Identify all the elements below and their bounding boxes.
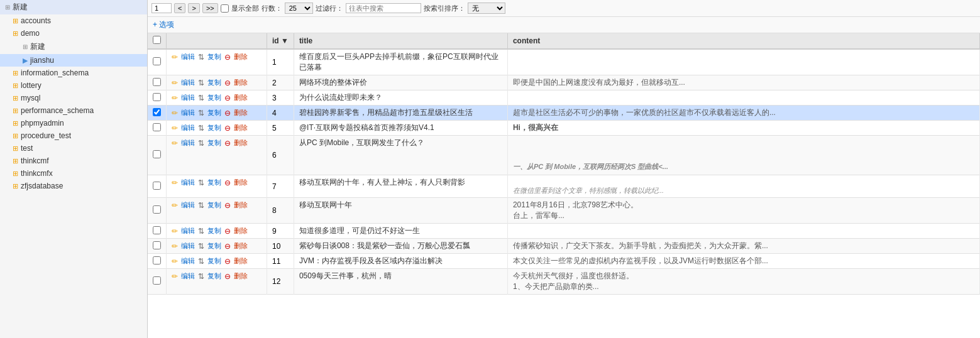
row-checkbox[interactable]: [153, 276, 161, 285]
copy-button[interactable]: 复制: [206, 138, 223, 148]
sort-select[interactable]: 无: [468, 3, 505, 14]
copy-button[interactable]: 复制: [206, 256, 223, 266]
add-row-link[interactable]: + 选项: [153, 20, 174, 29]
sort-icon[interactable]: ⇅: [198, 139, 204, 148]
edit-icon[interactable]: ✏: [172, 94, 178, 102]
delete-button[interactable]: 删除: [232, 123, 250, 133]
sort-icon[interactable]: ⇅: [198, 272, 204, 281]
sort-icon[interactable]: ⇅: [198, 242, 204, 251]
edit-button[interactable]: 编辑: [179, 241, 197, 251]
delete-icon[interactable]: ⊖: [224, 53, 231, 62]
sidebar-item-test[interactable]: ⊞test: [0, 142, 147, 155]
sort-icon[interactable]: ⇅: [198, 79, 204, 87]
sort-icon[interactable]: ⇅: [198, 227, 204, 236]
delete-icon[interactable]: ⊖: [224, 79, 231, 87]
row-checkbox[interactable]: [153, 256, 161, 264]
delete-icon[interactable]: ⊖: [224, 257, 231, 266]
sort-icon[interactable]: ⇅: [198, 257, 204, 266]
delete-icon[interactable]: ⊖: [224, 109, 231, 117]
edit-icon[interactable]: ✏: [172, 227, 178, 236]
sidebar-item-新建[interactable]: ⊞新建: [0, 0, 147, 14]
show-all-checkbox[interactable]: [221, 4, 229, 13]
edit-button[interactable]: 编辑: [179, 226, 197, 236]
row-checkbox[interactable]: [153, 150, 161, 158]
row-checkbox[interactable]: [153, 57, 161, 65]
delete-icon[interactable]: ⊖: [224, 94, 231, 102]
row-checkbox[interactable]: [153, 241, 161, 249]
edit-button[interactable]: 编辑: [179, 138, 197, 148]
copy-button[interactable]: 复制: [206, 241, 223, 251]
sort-icon[interactable]: ⇅: [198, 53, 204, 62]
col-header-content[interactable]: content: [507, 33, 979, 49]
copy-button[interactable]: 复制: [206, 107, 223, 118]
copy-button[interactable]: 复制: [206, 200, 223, 210]
edit-button[interactable]: 编辑: [179, 92, 197, 103]
edit-icon[interactable]: ✏: [172, 272, 178, 281]
row-checkbox[interactable]: [153, 108, 161, 116]
edit-icon[interactable]: ✏: [172, 242, 178, 251]
col-header-id[interactable]: id ▼: [267, 33, 294, 49]
sidebar-item-zfjsdatabase[interactable]: ⊞zfjsdatabase: [0, 180, 147, 192]
sidebar-item-thinkcmfx[interactable]: ⊞thinkcmfx: [0, 167, 147, 180]
rows-select[interactable]: 25 50 100: [285, 3, 313, 14]
copy-button[interactable]: 复制: [206, 52, 223, 62]
sort-icon[interactable]: ⇅: [198, 109, 204, 117]
delete-button[interactable]: 删除: [232, 241, 250, 251]
copy-button[interactable]: 复制: [206, 123, 223, 133]
delete-button[interactable]: 删除: [232, 92, 250, 103]
sidebar-item-jianshu[interactable]: ▶jianshu: [0, 54, 147, 67]
row-checkbox[interactable]: [153, 205, 161, 214]
copy-button[interactable]: 复制: [206, 77, 223, 88]
row-checkbox[interactable]: [153, 93, 161, 101]
delete-icon[interactable]: ⊖: [224, 227, 231, 236]
copy-button[interactable]: 复制: [206, 92, 223, 103]
sidebar-item-information_schema[interactable]: ⊞information_schema: [0, 67, 147, 79]
edit-button[interactable]: 编辑: [179, 200, 197, 210]
sidebar-item-accounts[interactable]: ⊞accounts: [0, 14, 147, 27]
delete-icon[interactable]: ⊖: [224, 178, 231, 187]
delete-icon[interactable]: ⊖: [224, 139, 231, 148]
edit-icon[interactable]: ✏: [172, 79, 178, 87]
delete-icon[interactable]: ⊖: [224, 201, 231, 210]
filter-input[interactable]: [346, 3, 421, 13]
edit-icon[interactable]: ✏: [172, 257, 178, 266]
edit-button[interactable]: 编辑: [179, 77, 197, 88]
sidebar-item-phpmyadmin[interactable]: ⊞phpmyadmin: [0, 117, 147, 129]
sidebar-item-performance_schema[interactable]: ⊞performance_schema: [0, 104, 147, 117]
row-checkbox[interactable]: [153, 78, 161, 86]
sidebar-item-thinkcmf[interactable]: ⊞thinkcmf: [0, 155, 147, 167]
copy-button[interactable]: 复制: [206, 226, 223, 236]
edit-button[interactable]: 编辑: [179, 177, 197, 188]
delete-button[interactable]: 删除: [232, 177, 250, 188]
sort-icon[interactable]: ⇅: [198, 94, 204, 102]
row-checkbox[interactable]: [153, 226, 161, 234]
delete-icon[interactable]: ⊖: [224, 124, 231, 133]
delete-button[interactable]: 删除: [232, 256, 250, 266]
edit-button[interactable]: 编辑: [179, 123, 197, 133]
delete-icon[interactable]: ⊖: [224, 272, 231, 281]
row-checkbox[interactable]: [153, 123, 161, 131]
delete-button[interactable]: 删除: [232, 138, 250, 148]
prev-page-button[interactable]: <: [174, 3, 185, 13]
delete-button[interactable]: 删除: [232, 52, 250, 62]
copy-button[interactable]: 复制: [206, 271, 223, 281]
sort-icon[interactable]: ⇅: [198, 178, 204, 187]
copy-button[interactable]: 复制: [206, 177, 223, 188]
delete-icon[interactable]: ⊖: [224, 242, 231, 251]
select-all-checkbox[interactable]: [153, 36, 161, 44]
delete-button[interactable]: 删除: [232, 200, 250, 210]
delete-button[interactable]: 删除: [232, 226, 250, 236]
edit-button[interactable]: 编辑: [179, 271, 197, 281]
sort-icon[interactable]: ⇅: [198, 201, 204, 210]
row-checkbox[interactable]: [153, 182, 161, 190]
edit-button[interactable]: 编辑: [179, 52, 197, 62]
page-number-input[interactable]: [151, 3, 172, 13]
next-next-page-button[interactable]: >>: [202, 3, 218, 13]
sidebar-item-新建[interactable]: ⊞新建: [0, 40, 147, 54]
edit-icon[interactable]: ✏: [172, 124, 178, 133]
sidebar-item-demo[interactable]: ⊞demo: [0, 27, 147, 40]
sidebar-item-mysql[interactable]: ⊞mysql: [0, 92, 147, 104]
next-page-button[interactable]: >: [188, 3, 199, 13]
delete-button[interactable]: 删除: [232, 77, 250, 88]
edit-icon[interactable]: ✏: [172, 201, 178, 210]
